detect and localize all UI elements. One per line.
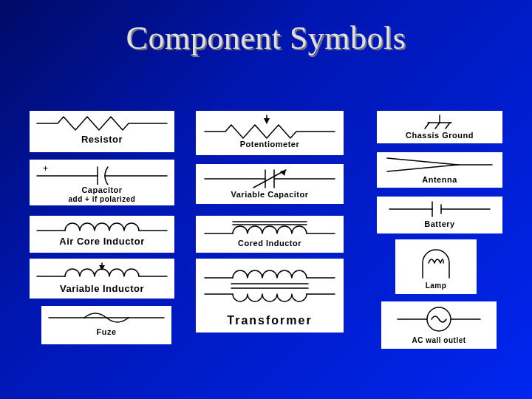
antenna-label: Antenna bbox=[381, 176, 498, 185]
chassis-ground-label: Chassis Ground bbox=[381, 132, 498, 140]
ac-outlet-symbol-icon bbox=[386, 304, 492, 335]
card-fuze: Fuze bbox=[41, 306, 171, 344]
air-core-inductor-symbol-icon bbox=[34, 219, 170, 235]
variable-inductor-symbol-icon bbox=[34, 262, 170, 282]
capacitor-text: Capacitor bbox=[81, 185, 122, 194]
ac-outlet-label: AC wall outlet bbox=[386, 337, 492, 345]
card-air-core-inductor: Air Core Inductor bbox=[30, 216, 174, 253]
card-variable-capacitor: Variable Capacitor bbox=[196, 164, 344, 204]
slide-component-symbols: Component Symbols Resistor Potentiometer bbox=[0, 0, 532, 399]
antenna-symbol-icon bbox=[381, 155, 498, 174]
card-resistor: Resistor bbox=[30, 111, 174, 152]
capacitor-hint: add + if polarized bbox=[69, 195, 136, 203]
transformer-label: Transformer bbox=[200, 315, 339, 327]
svg-line-17 bbox=[387, 158, 458, 165]
battery-label: Battery bbox=[381, 220, 498, 229]
lamp-label: Lamp bbox=[400, 282, 472, 290]
variable-capacitor-symbol-icon bbox=[200, 167, 339, 189]
capacitor-label: Capacitor add + if polarized bbox=[34, 186, 170, 203]
card-battery: Battery bbox=[377, 197, 502, 233]
card-variable-inductor: Variable Inductor bbox=[30, 259, 174, 299]
resistor-label: Resistor bbox=[34, 134, 170, 145]
resistor-symbol-icon bbox=[34, 114, 170, 133]
variable-inductor-label: Variable Inductor bbox=[34, 284, 170, 294]
card-ac-outlet: AC wall outlet bbox=[381, 301, 497, 349]
chassis-ground-symbol-icon bbox=[381, 114, 498, 130]
svg-text:+: + bbox=[43, 163, 48, 174]
lamp-symbol-icon bbox=[400, 242, 472, 281]
svg-line-18 bbox=[387, 165, 458, 171]
fuze-symbol-icon bbox=[46, 309, 167, 327]
air-core-inductor-label: Air Core Inductor bbox=[34, 236, 170, 247]
card-antenna: Antenna bbox=[377, 152, 502, 188]
card-cored-inductor: Cored Inductor bbox=[196, 216, 344, 253]
svg-line-5 bbox=[435, 123, 440, 129]
transformer-symbol-icon bbox=[200, 262, 339, 313]
potentiometer-symbol-icon bbox=[200, 114, 339, 139]
capacitor-symbol-icon: + bbox=[34, 163, 170, 185]
symbol-grid: Resistor Potentiometer bbox=[30, 111, 511, 381]
potentiometer-label: Potentiometer bbox=[200, 140, 339, 149]
svg-line-6 bbox=[446, 123, 450, 129]
svg-marker-1 bbox=[264, 118, 270, 124]
card-lamp: Lamp bbox=[395, 239, 477, 294]
cored-inductor-label: Cored Inductor bbox=[200, 239, 339, 248]
svg-line-4 bbox=[425, 123, 429, 129]
card-capacitor: + Capacitor add + if polarized bbox=[30, 160, 174, 205]
card-transformer: Transformer bbox=[196, 259, 344, 332]
variable-capacitor-label: Variable Capacitor bbox=[200, 191, 339, 200]
slide-title: Component Symbols bbox=[0, 19, 532, 57]
card-potentiometer: Potentiometer bbox=[196, 111, 344, 155]
battery-symbol-icon bbox=[381, 200, 498, 219]
card-chassis-ground: Chassis Ground bbox=[377, 111, 502, 143]
fuze-label: Fuze bbox=[46, 328, 167, 337]
cored-inductor-symbol-icon bbox=[200, 219, 339, 238]
